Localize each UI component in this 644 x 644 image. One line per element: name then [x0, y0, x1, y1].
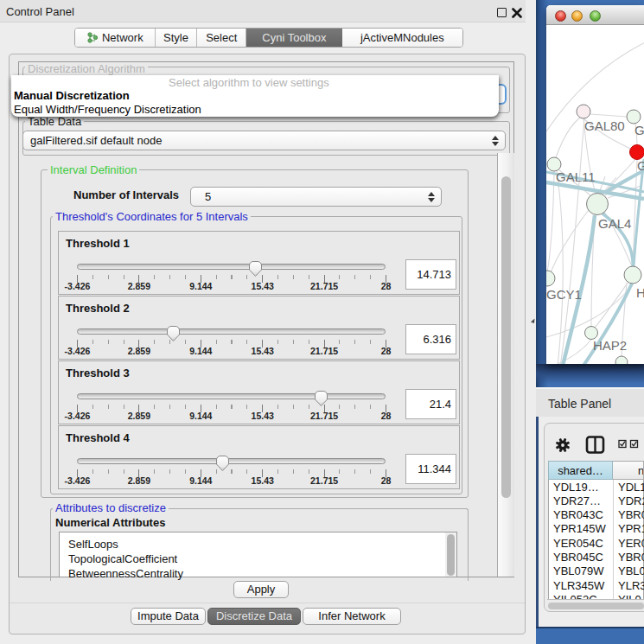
svg-text:GAL11: GAL11	[556, 169, 596, 184]
svg-text:GCY1: GCY1	[546, 287, 582, 302]
svg-text:GAL80: GAL80	[584, 118, 625, 133]
svg-text:G: G	[637, 158, 644, 173]
svg-text:HAP2: HAP2	[593, 338, 627, 353]
svg-text:GA: GA	[634, 123, 644, 137]
svg-text:HA: HA	[636, 285, 644, 300]
svg-text:GAL4: GAL4	[598, 216, 631, 231]
